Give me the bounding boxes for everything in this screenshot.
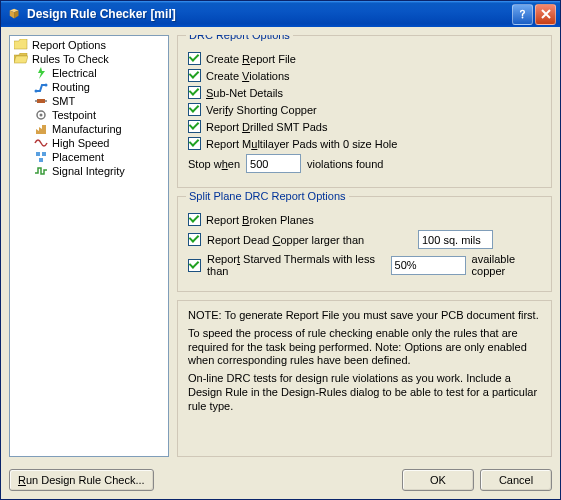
options-tree[interactable]: Report Options Rules To Check Electrical…: [9, 35, 169, 457]
svg-rect-3: [37, 99, 45, 103]
starved-thermals-suffix: available copper: [472, 253, 541, 277]
checkbox-label: Report Starved Thermals with less than: [207, 253, 385, 277]
folder-icon: [14, 39, 28, 51]
svg-point-1: [35, 90, 38, 93]
checkbox-label: Report Broken Planes: [206, 214, 314, 226]
tree-item-rules-to-check[interactable]: Rules To Check: [12, 52, 166, 66]
smt-icon: [34, 95, 48, 107]
svg-rect-4: [35, 100, 37, 102]
high-speed-icon: [34, 137, 48, 149]
svg-rect-9: [42, 152, 46, 156]
tree-item-smt[interactable]: SMT: [12, 94, 166, 108]
report-drilled-smt-pads-checkbox[interactable]: [188, 120, 201, 133]
svg-rect-10: [39, 158, 43, 162]
checkbox-label: Report Drilled SMT Pads: [206, 121, 327, 133]
tree-label: SMT: [52, 95, 75, 107]
svg-point-0: [522, 16, 524, 18]
svg-rect-5: [45, 100, 47, 102]
stop-when-suffix: violations found: [307, 158, 383, 170]
note-line: On-line DRC tests for design rule violat…: [188, 372, 541, 413]
drc-report-options-group: DRC Report Options Create Report File Cr…: [177, 35, 552, 188]
electrical-icon: [34, 67, 48, 79]
starved-thermals-input[interactable]: [391, 256, 466, 275]
tree-item-routing[interactable]: Routing: [12, 80, 166, 94]
placement-icon: [34, 151, 48, 163]
svg-point-7: [40, 114, 43, 117]
tree-item-signal-integrity[interactable]: Signal Integrity: [12, 164, 166, 178]
checkbox-label: Verify Shorting Copper: [206, 104, 317, 116]
manufacturing-icon: [34, 123, 48, 135]
tree-item-testpoint[interactable]: Testpoint: [12, 108, 166, 122]
tree-item-high-speed[interactable]: High Speed: [12, 136, 166, 150]
svg-rect-8: [36, 152, 40, 156]
checkbox-label: Report Dead Copper larger than: [207, 234, 412, 246]
stop-when-input[interactable]: [246, 154, 301, 173]
tree-item-report-options[interactable]: Report Options: [12, 38, 166, 52]
main-panel: DRC Report Options Create Report File Cr…: [177, 35, 552, 457]
notes-panel: NOTE: To generate Report File you must s…: [177, 300, 552, 457]
svg-point-2: [45, 84, 48, 87]
checkbox-label: Report Multilayer Pads with 0 size Hole: [206, 138, 397, 150]
split-plane-options-group: Split Plane DRC Report Options Report Br…: [177, 196, 552, 292]
create-violations-checkbox[interactable]: [188, 69, 201, 82]
tree-label: Testpoint: [52, 109, 96, 121]
button-label: Cancel: [499, 474, 533, 486]
testpoint-icon: [34, 109, 48, 121]
stop-when-label: Stop when: [188, 158, 240, 170]
cancel-button[interactable]: Cancel: [480, 469, 552, 491]
titlebar: Design Rule Checker [mil]: [1, 1, 560, 27]
verify-shorting-copper-checkbox[interactable]: [188, 103, 201, 116]
note-line: To speed the process of rule checking en…: [188, 327, 541, 368]
window-title: Design Rule Checker [mil]: [27, 7, 512, 21]
tree-item-placement[interactable]: Placement: [12, 150, 166, 164]
button-label: Run Design Rule Check...: [18, 474, 145, 486]
checkbox-label: Sub-Net Details: [206, 87, 283, 99]
button-label: OK: [430, 474, 446, 486]
tree-label: Report Options: [32, 39, 106, 51]
app-icon: [7, 6, 23, 22]
tree-item-manufacturing[interactable]: Manufacturing: [12, 122, 166, 136]
signal-integrity-icon: [34, 165, 48, 177]
dialog-window: Design Rule Checker [mil] Report Options…: [0, 0, 561, 500]
dead-copper-input[interactable]: [418, 230, 493, 249]
tree-item-electrical[interactable]: Electrical: [12, 66, 166, 80]
groupbox-legend: DRC Report Options: [186, 35, 293, 41]
tree-label: Manufacturing: [52, 123, 122, 135]
dialog-body: Report Options Rules To Check Electrical…: [1, 27, 560, 465]
help-button[interactable]: [512, 4, 533, 25]
note-line: NOTE: To generate Report File you must s…: [188, 309, 541, 323]
groupbox-legend: Split Plane DRC Report Options: [186, 190, 349, 202]
tree-label: Rules To Check: [32, 53, 109, 65]
tree-label: Placement: [52, 151, 104, 163]
tree-label: Electrical: [52, 67, 97, 79]
tree-label: Routing: [52, 81, 90, 93]
report-dead-copper-checkbox[interactable]: [188, 233, 201, 246]
report-multilayer-pads-checkbox[interactable]: [188, 137, 201, 150]
close-button[interactable]: [535, 4, 556, 25]
sub-net-details-checkbox[interactable]: [188, 86, 201, 99]
report-broken-planes-checkbox[interactable]: [188, 213, 201, 226]
tree-label: Signal Integrity: [52, 165, 125, 177]
checkbox-label: Create Report File: [206, 53, 296, 65]
tree-label: High Speed: [52, 137, 110, 149]
ok-button[interactable]: OK: [402, 469, 474, 491]
routing-icon: [34, 81, 48, 93]
create-report-file-checkbox[interactable]: [188, 52, 201, 65]
report-starved-thermals-checkbox[interactable]: [188, 259, 201, 272]
folder-open-icon: [14, 53, 28, 65]
button-bar: Run Design Rule Check... OK Cancel: [1, 465, 560, 499]
run-drc-button[interactable]: Run Design Rule Check...: [9, 469, 154, 491]
checkbox-label: Create Violations: [206, 70, 290, 82]
